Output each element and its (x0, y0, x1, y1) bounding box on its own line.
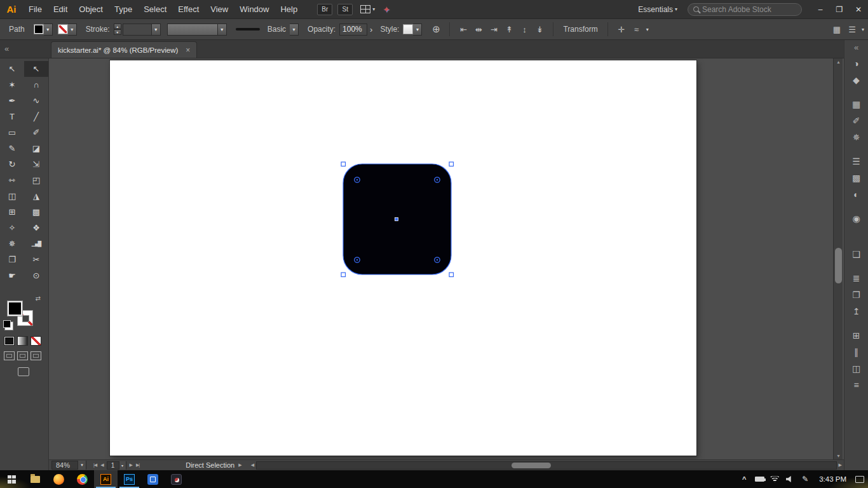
magic-wand-tool[interactable]: ✶ (0, 77, 24, 93)
free-transform-tool[interactable]: ◰ (24, 172, 48, 188)
screen-mode-button[interactable] (18, 367, 29, 376)
volume-button[interactable] (782, 470, 797, 488)
scroll-up-icon[interactable]: ▲ (834, 60, 843, 64)
fill-dropdown-button[interactable]: ▾ (44, 24, 53, 36)
graphic-style-combo[interactable]: ▾ (403, 24, 422, 36)
workspace-switcher[interactable]: Essentials ▾ (638, 5, 677, 14)
center-point-handle[interactable] (395, 218, 398, 221)
stroke-weight-value[interactable] (123, 24, 152, 36)
bridge-button[interactable]: Br (317, 4, 332, 15)
arrange-documents-button[interactable]: ▾ (360, 5, 375, 13)
width-profile-combo[interactable]: ▾ (167, 24, 227, 36)
vertical-scroll-thumb[interactable] (835, 248, 842, 283)
fill-color-combo[interactable]: ▾ (34, 24, 53, 36)
menu-edit[interactable]: Edit (48, 0, 73, 18)
pathfinder-panel-button[interactable]: ◫ (847, 360, 866, 377)
line-segment-tool[interactable]: ╱ (24, 109, 48, 125)
network-button[interactable] (767, 470, 782, 488)
align-panel-button[interactable]: ∥ (847, 344, 866, 360)
scroll-down-icon[interactable]: ▼ (834, 454, 843, 458)
menu-object[interactable]: Object (73, 0, 109, 18)
rectangle-tool[interactable]: ▭ (0, 125, 24, 140)
taskbar-clock[interactable]: 3:43 PM (813, 475, 853, 483)
battery-button[interactable] (752, 470, 767, 488)
type-tool[interactable]: T (0, 109, 24, 125)
shape-builder-tool[interactable]: ◫ (0, 188, 24, 204)
properties-panel-button[interactable]: ≡ (847, 377, 866, 393)
tab-close-icon[interactable]: × (186, 46, 190, 55)
dock-grid-icon[interactable]: ▦ (829, 22, 844, 36)
previous-artboard-button[interactable]: ◀ (100, 463, 104, 468)
slice-tool[interactable]: ✂ (24, 252, 48, 268)
collapse-dock-button[interactable]: « (844, 40, 868, 55)
asset-export-panel-button[interactable]: ↥ (847, 303, 866, 320)
canvas-area[interactable]: ▲ ▼ 84% ▾ |◀ ◀ 1 ▾ ▶ ▶| Direct Selection… (49, 58, 844, 470)
column-graph-tool[interactable]: ▁▄█ (24, 236, 48, 252)
chevron-down-icon[interactable]: ▾ (862, 27, 864, 32)
stroke-weight-combo[interactable]: ▾ (123, 24, 161, 36)
illustrator-taskbar-button[interactable]: Ai (94, 470, 118, 488)
collapse-tools-button[interactable]: « (1, 43, 12, 55)
artboard-dropdown-icon[interactable]: ▾ (119, 461, 126, 470)
symbols-panel-button[interactable]: ✵ (847, 129, 866, 146)
draw-normal-button[interactable] (4, 351, 15, 360)
width-profile-dropdown[interactable]: ▾ (218, 24, 227, 36)
artboards-panel-button[interactable]: ❐ (847, 287, 866, 303)
vertical-align-bottom-button[interactable]: ↡ (532, 22, 547, 36)
swatches-panel-button[interactable]: ▦ (847, 96, 866, 112)
gradient-panel-button[interactable]: ▩ (847, 170, 866, 186)
first-artboard-button[interactable]: |◀ (93, 463, 97, 468)
stroke-weight-stepper[interactable]: ▴ ▾ (114, 24, 121, 35)
document-tab[interactable]: kickstarter.ai* @ 84% (RGB/Preview) × (51, 41, 197, 58)
isolate-mode-icon[interactable]: ✛ (614, 22, 629, 36)
menu-select[interactable]: Select (138, 0, 172, 18)
horizontal-scrollbar[interactable] (256, 461, 837, 470)
color-panel-button[interactable]: ◑ (847, 55, 866, 72)
shaper-tool[interactable]: ✎ (0, 140, 24, 156)
zoom-tool[interactable]: ⊙ (24, 268, 48, 283)
graphic-styles-panel-button[interactable]: ❑ (847, 246, 866, 262)
pen-tool[interactable]: ✒ (0, 93, 24, 109)
horizontal-align-left-button[interactable]: ⇤ (456, 22, 471, 36)
pattern-options-panel-button[interactable]: ⊞ (847, 327, 866, 344)
cc-sync-button[interactable]: ✦ (383, 4, 390, 15)
scroll-left-icon[interactable]: ◀ (251, 463, 254, 468)
rotate-tool[interactable]: ↻ (0, 156, 24, 172)
vertical-scrollbar[interactable]: ▲ ▼ (833, 58, 843, 459)
zoom-dropdown-icon[interactable]: ▾ (78, 461, 86, 470)
selection-tool[interactable]: ↖ (0, 61, 24, 77)
color-button[interactable] (4, 336, 15, 346)
chevron-down-icon[interactable]: ▾ (646, 27, 649, 32)
horizontal-align-right-button[interactable]: ⇥ (486, 22, 501, 36)
show-hidden-icons-button[interactable]: ^ (736, 470, 752, 488)
scroll-right-icon[interactable]: ▶ (839, 463, 842, 468)
horizontal-align-center-button[interactable]: ⇹ (471, 22, 486, 36)
draw-inside-button[interactable] (31, 351, 41, 360)
chrome-button[interactable] (71, 470, 94, 488)
transparency-panel-button[interactable]: ◐ (847, 186, 866, 203)
action-center-button[interactable] (853, 470, 868, 488)
control-panel-menu-icon[interactable]: ☰ (844, 22, 860, 36)
transform-link[interactable]: Transform (563, 25, 597, 34)
paintbrush-tool[interactable]: ✐ (24, 125, 48, 140)
pinned-app-dark-button[interactable] (165, 470, 188, 488)
stroke-weight-dropdown[interactable]: ▾ (152, 24, 161, 36)
fill-color-swatch[interactable] (7, 301, 23, 316)
brushes-panel-button[interactable]: ✐ (847, 112, 866, 129)
stepper-down-icon[interactable]: ▾ (114, 29, 121, 35)
gradient-button[interactable] (17, 336, 28, 346)
close-button[interactable]: ✕ (849, 0, 868, 18)
eyedropper-tool[interactable]: ✧ (0, 220, 24, 236)
artboard[interactable] (110, 60, 696, 456)
minimize-button[interactable]: – (811, 0, 830, 18)
opacity-input[interactable] (339, 24, 367, 36)
firefox-button[interactable] (47, 470, 71, 488)
blend-tool[interactable]: ❖ (24, 220, 48, 236)
stroke-panel-button[interactable]: ☰ (847, 153, 866, 170)
menu-help[interactable]: Help (275, 0, 303, 18)
default-fill-stroke-icon[interactable] (3, 320, 11, 328)
style-dropdown[interactable]: ▾ (413, 24, 422, 36)
start-button[interactable] (0, 470, 24, 488)
hand-tool[interactable]: ☛ (0, 268, 24, 283)
swap-fill-stroke-icon[interactable]: ⇄ (36, 295, 41, 302)
